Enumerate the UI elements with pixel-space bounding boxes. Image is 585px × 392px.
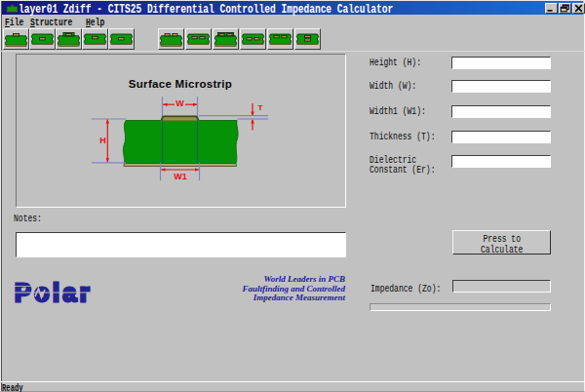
svg-text:Polar: Polar [15,281,93,306]
svg-text:W1: W1 [174,172,187,181]
svg-text:H: H [99,136,106,145]
svg-text:T: T [258,103,263,112]
svg-text:W: W [176,98,184,108]
